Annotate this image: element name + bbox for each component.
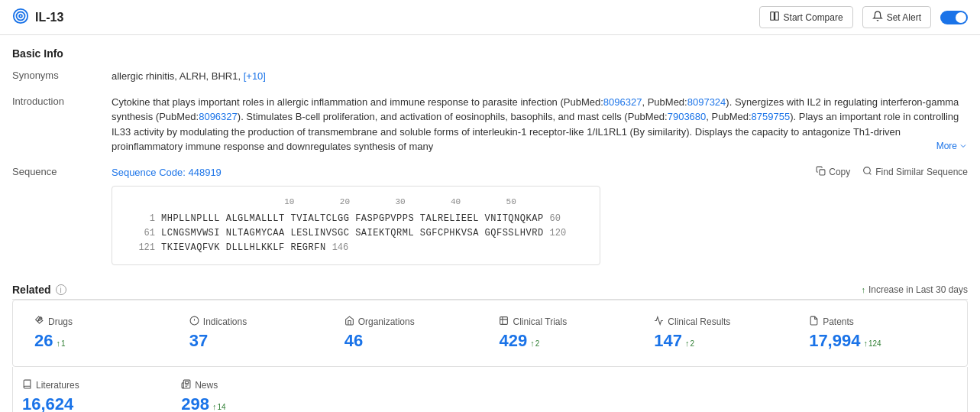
basic-info-title: Basic Info (12, 47, 968, 60)
pubmed-8096327b[interactable]: 8096327 (199, 111, 238, 122)
patents-label: Patents (809, 316, 946, 328)
copy-icon (816, 166, 826, 178)
related-header: Related i ↑ Increase in Last 30 days (0, 276, 980, 299)
start-compare-button[interactable]: Start Compare (759, 6, 853, 28)
synonyms-text: allergic rhinitis, ALRH, BHR1, (112, 70, 241, 82)
related-section: Related i ↑ Increase in Last 30 days Dru… (0, 276, 980, 412)
clinical-results-label: Clinical Results (654, 316, 791, 328)
introduction-row: Introduction Cytokine that plays importa… (12, 95, 968, 154)
related-title-row: Related i (12, 284, 66, 296)
pubmed-8097324[interactable]: 8097324 (687, 96, 726, 108)
svg-rect-4 (775, 12, 778, 21)
patents-value: 17,994 ↑124 (809, 331, 946, 351)
drugs-delta: ↑1 (56, 339, 65, 348)
drug-icon (34, 316, 44, 328)
news-value: 298 ↑14 (181, 394, 322, 412)
related-card-literatures[interactable]: Literatures 16,624 (13, 373, 172, 412)
pubmed-8096327[interactable]: 8096327 (603, 96, 642, 108)
sequence-line-2: 61 LCNGSMVWSI NLTAGMYCAA LESLINVSGC SAIE… (125, 226, 587, 241)
sequence-label: Sequence (12, 165, 112, 177)
sequence-ruler: 10 20 30 40 50 (125, 196, 587, 209)
sequence-row: Sequence Sequence Code: 448919 Copy (12, 165, 968, 266)
org-icon (344, 316, 354, 328)
main-content: Basic Info Synonyms allergic rhinitis, A… (0, 35, 980, 265)
svg-point-2 (19, 15, 22, 18)
header-left: IL-13 (12, 8, 63, 27)
related-card-drugs[interactable]: Drugs 26 ↑1 (25, 310, 180, 357)
find-similar-icon (862, 166, 872, 178)
literatures-value: 16,624 (22, 394, 163, 412)
sequence-line-1: 1 MHPLLNPLLL ALGLMALLLT TVIALTCLGG FASPG… (125, 212, 587, 226)
trend-label: ↑ Increase in Last 30 days (861, 284, 968, 295)
trend-up-arrow: ↑ (861, 285, 865, 294)
alert-icon (872, 11, 883, 24)
synonyms-value: allergic rhinitis, ALRH, BHR1, [+10] (112, 69, 968, 84)
synonyms-more-link[interactable]: [+10] (244, 70, 266, 82)
svg-point-6 (864, 167, 871, 174)
trials-delta: ↑2 (530, 339, 539, 348)
sequence-code-link[interactable]: Sequence Code: 448919 (112, 165, 222, 180)
related-card-clinical-trials[interactable]: Clinical Trials 429 ↑2 (490, 310, 645, 357)
related-info-icon[interactable]: i (56, 284, 66, 295)
sequence-header: Sequence Code: 448919 Copy (112, 165, 968, 180)
svg-line-7 (869, 173, 871, 174)
drugs-value: 26 ↑1 (34, 331, 171, 351)
clinical-trials-value: 429 ↑2 (499, 331, 636, 351)
header-actions: Start Compare Set Alert (759, 6, 968, 28)
indications-label: Indications (189, 316, 326, 328)
svg-rect-5 (820, 170, 825, 175)
lit-icon (22, 379, 32, 391)
synonyms-row: Synonyms allergic rhinitis, ALRH, BHR1, … (12, 69, 968, 84)
organizations-value: 46 (344, 331, 481, 351)
indication-icon (189, 316, 199, 328)
result-icon (654, 316, 664, 328)
find-similar-button[interactable]: Find Similar Sequence (862, 166, 968, 178)
results-delta: ↑2 (685, 339, 694, 348)
copy-button[interactable]: Copy (816, 166, 850, 178)
page-header: IL-13 Start Compare Set Alert (0, 0, 980, 35)
pubmed-7903680[interactable]: 7903680 (668, 111, 707, 122)
literatures-label: Literatures (22, 379, 163, 391)
clinical-results-value: 147 ↑2 (654, 331, 791, 351)
clinical-trials-label: Clinical Trials (499, 316, 636, 328)
indications-value: 37 (189, 331, 326, 351)
page-title: IL-13 (35, 11, 63, 24)
more-link[interactable]: More (936, 139, 968, 153)
related-card-organizations[interactable]: Organizations 46 (335, 310, 490, 357)
patents-delta: ↑124 (863, 339, 881, 348)
news-icon (181, 379, 191, 391)
pubmed-8759755[interactable]: 8759755 (752, 111, 791, 122)
related-card-patents[interactable]: Patents 17,994 ↑124 (800, 310, 955, 357)
related-cards-row2: Literatures 16,624 News 298 ↑14 (12, 367, 968, 412)
organizations-label: Organizations (344, 316, 481, 328)
related-cards-row1: Drugs 26 ↑1 Indications 37 (12, 300, 968, 367)
trial-icon (499, 316, 509, 328)
patent-icon (809, 316, 819, 328)
news-delta: ↑14 (212, 402, 226, 411)
sequence-actions: Copy Find Similar Sequence (816, 166, 968, 178)
sequence-box: 10 20 30 40 50 1 MHPLLNPLLL ALGLMALLLT T… (112, 186, 600, 265)
sequence-value: Sequence Code: 448919 Copy (112, 165, 968, 266)
set-alert-button[interactable]: Set Alert (862, 6, 931, 28)
drugs-label: Drugs (34, 316, 171, 328)
toggle-switch[interactable] (940, 11, 968, 24)
synonyms-label: Synonyms (12, 69, 112, 81)
compare-icon (769, 11, 780, 24)
related-title: Related (12, 284, 51, 296)
introduction-label: Introduction (12, 95, 112, 107)
introduction-value: Cytokine that plays important roles in a… (112, 95, 968, 154)
sequence-line-3: 121 TKIEVAQFVK DLLLHLKKLF REGRFN 146 (125, 241, 587, 255)
intro-text-part: Cytokine that plays important roles in a… (112, 96, 959, 153)
news-label: News (181, 379, 322, 391)
svg-point-1 (17, 12, 25, 21)
related-card-news[interactable]: News 298 ↑14 (172, 373, 331, 412)
svg-rect-3 (770, 12, 774, 21)
target-icon (12, 8, 29, 27)
related-card-indications[interactable]: Indications 37 (180, 310, 335, 357)
related-card-clinical-results[interactable]: Clinical Results 147 ↑2 (645, 310, 800, 357)
